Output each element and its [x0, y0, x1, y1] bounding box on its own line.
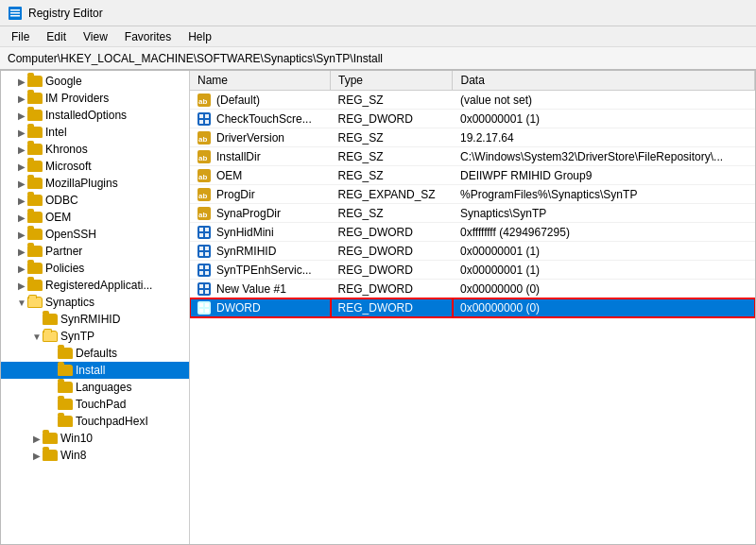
svg-rect-25 [205, 233, 209, 237]
folder-icon-win10 [43, 433, 58, 444]
folder-icon-oem [27, 212, 43, 223]
table-row[interactable]: ab InstallDirREG_SZC:\Windows\System32\D… [190, 147, 755, 166]
tree-label-mozilla-plugins: MozillaPlugins [45, 177, 118, 190]
svg-rect-10 [205, 120, 209, 124]
tree-panel[interactable]: ▶Google▶IM Providers▶InstalledOptions▶In… [1, 71, 190, 544]
tree-label-win8: Win8 [60, 449, 86, 462]
tree-label-partner: Partner [45, 245, 82, 258]
main-content: ▶Google▶IM Providers▶InstalledOptions▶In… [0, 70, 756, 545]
menu-bar: File Edit View Favorites Help [0, 26, 756, 47]
value-name: SynRMIHID [190, 242, 331, 261]
address-path: Computer\HKEY_LOCAL_MACHINE\SOFTWARE\Syn… [8, 52, 383, 65]
tree-item-install[interactable]: Install [1, 362, 189, 379]
tree-label-defaults: Defaults [76, 347, 117, 360]
folder-icon-openssh [27, 229, 43, 240]
menu-view[interactable]: View [76, 28, 115, 45]
tree-label-intel: Intel [45, 126, 67, 139]
tree-item-syntp[interactable]: ▼SynTP [1, 328, 189, 345]
tree-label-google: Google [45, 75, 82, 88]
tree-item-intel[interactable]: ▶Intel [1, 124, 189, 141]
value-data: 0xffffffff (4294967295) [453, 223, 755, 242]
svg-rect-1 [10, 9, 20, 11]
folder-icon-installed-options [27, 110, 43, 121]
folder-icon-im-providers [27, 93, 43, 104]
tree-item-installed-options[interactable]: ▶InstalledOptions [1, 107, 189, 124]
svg-text:ab: ab [198, 192, 207, 200]
sz-icon: ab [198, 169, 213, 182]
table-row[interactable]: ab SynaProgDirREG_SZSynaptics\SynTP [190, 204, 755, 223]
table-row[interactable]: ab (Default)REG_SZ(value not set) [190, 91, 755, 110]
tree-item-win10[interactable]: ▶Win10 [1, 430, 189, 447]
menu-file[interactable]: File [4, 28, 37, 45]
tree-item-odbc[interactable]: ▶ODBC [1, 192, 189, 209]
tree-label-languages: Languages [76, 381, 131, 394]
table-row[interactable]: CheckTouchScre...REG_DWORD0x00000001 (1) [190, 110, 755, 128]
folder-icon-syntp [43, 331, 58, 342]
svg-rect-27 [199, 247, 203, 250]
svg-rect-22 [199, 228, 203, 231]
tree-item-khronos[interactable]: ▶Khronos [1, 141, 189, 158]
tree-item-languages[interactable]: Languages [1, 379, 189, 396]
tree-item-oem[interactable]: ▶OEM [1, 209, 189, 226]
svg-rect-29 [199, 252, 203, 256]
tree-item-google[interactable]: ▶Google [1, 73, 189, 90]
menu-help[interactable]: Help [180, 28, 219, 45]
sz-icon: ab [198, 150, 213, 163]
values-panel: Name Type Data ab (Default)REG_SZ(value … [190, 71, 755, 544]
value-name: ab InstallDir [190, 147, 331, 166]
svg-text:ab: ab [198, 135, 207, 144]
folder-icon-defaults [58, 348, 73, 359]
tree-item-microsoft[interactable]: ▶Microsoft [1, 158, 189, 175]
folder-icon-touchpadhex [58, 416, 73, 427]
tree-label-oem: OEM [45, 211, 71, 224]
tree-label-touchpadhex: TouchpadHexI [76, 415, 148, 428]
table-row[interactable]: ab ProgDirREG_EXPAND_SZ%ProgramFiles%\Sy… [190, 185, 755, 204]
tree-item-mozilla-plugins[interactable]: ▶MozillaPlugins [1, 175, 189, 192]
folder-icon-microsoft [27, 161, 43, 172]
svg-rect-34 [199, 271, 203, 275]
dword-icon [198, 264, 213, 277]
svg-rect-2 [10, 12, 20, 14]
folder-icon-registered-apps [27, 280, 43, 291]
table-row[interactable]: ab OEMREG_SZDEIIWPF RMIHID Group9 [190, 166, 755, 185]
tree-item-synaptics[interactable]: ▼Synaptics [1, 294, 189, 311]
table-row[interactable]: SynHidMiniREG_DWORD0xffffffff (429496729… [190, 223, 755, 242]
table-row[interactable]: New Value #1REG_DWORD0x00000000 (0) [190, 280, 755, 298]
tree-item-im-providers[interactable]: ▶IM Providers [1, 90, 189, 107]
tree-item-defaults[interactable]: Defaults [1, 345, 189, 362]
table-row[interactable]: DWORDREG_DWORD0x00000000 (0) [190, 298, 755, 317]
tree-item-openssh[interactable]: ▶OpenSSH [1, 226, 189, 243]
tree-item-policies[interactable]: ▶Policies [1, 260, 189, 277]
tree-item-touchpadhex[interactable]: TouchpadHexI [1, 413, 189, 430]
value-name: New Value #1 [190, 280, 331, 298]
value-type: REG_SZ [331, 128, 453, 147]
value-type: REG_DWORD [331, 223, 453, 242]
table-row[interactable]: ab DriverVersionREG_SZ19.2.17.64 [190, 128, 755, 147]
folder-icon-win8 [43, 450, 58, 461]
table-row[interactable]: SynTPEnhServic...REG_DWORD0x00000001 (1) [190, 261, 755, 280]
svg-rect-35 [205, 271, 209, 275]
tree-label-synaptics: Synaptics [45, 296, 94, 309]
menu-favorites[interactable]: Favorites [117, 28, 179, 45]
svg-text:ab: ab [198, 154, 207, 162]
values-table: Name Type Data ab (Default)REG_SZ(value … [190, 71, 755, 317]
expand-sz-icon: ab [198, 188, 213, 201]
tree-item-synrmihid[interactable]: SynRMIHID [1, 311, 189, 328]
menu-edit[interactable]: Edit [39, 28, 74, 45]
table-row[interactable]: SynRMIHIDREG_DWORD0x00000001 (1) [190, 242, 755, 261]
tree-label-khronos: Khronos [45, 143, 88, 156]
tree-item-touchpad[interactable]: TouchPad [1, 396, 189, 413]
tree-label-registered-apps: RegisteredApplicati... [45, 279, 152, 292]
tree-label-synrmihid: SynRMIHID [60, 313, 120, 326]
value-data: DEIIWPF RMIHID Group9 [453, 166, 755, 185]
tree-item-partner[interactable]: ▶Partner [1, 243, 189, 260]
tree-item-win8[interactable]: ▶Win8 [1, 447, 189, 464]
value-type: REG_DWORD [331, 110, 453, 128]
tree-item-registered-apps[interactable]: ▶RegisteredApplicati... [1, 277, 189, 294]
tree-label-win10: Win10 [60, 432, 93, 445]
tree-label-syntp: SynTP [60, 330, 94, 343]
svg-rect-44 [199, 309, 203, 313]
svg-rect-30 [205, 252, 209, 256]
value-name: ab DriverVersion [190, 128, 331, 147]
value-type: REG_SZ [331, 166, 453, 185]
